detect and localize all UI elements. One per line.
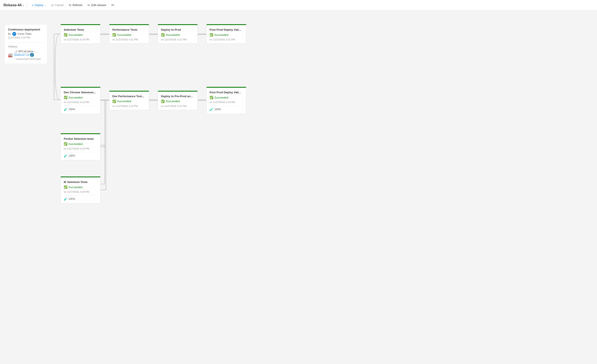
connector-svg bbox=[61, 15, 593, 359]
stage-footer: 🧪 100% bbox=[64, 195, 97, 201]
connector-line bbox=[198, 100, 206, 101]
stage-dev-chrome-selenium[interactable]: Dev Chrome Selenium... ✅ Succeeded on 11… bbox=[61, 87, 101, 114]
stage-status: ✅ Succeeded bbox=[112, 100, 146, 103]
stage-post-prod-vali-2[interactable]: Post Prod Deploy Vali... ✅ Succeeded on … bbox=[206, 87, 246, 114]
stage-deploy-pre-prod[interactable]: Deploy to Pre-Prod an... ✅ Succeeded on … bbox=[158, 91, 198, 110]
stage-date: on 11/27/2018, 6:22 PM bbox=[112, 105, 146, 107]
stage-name: Post Prod Deploy Vali... bbox=[210, 28, 243, 31]
status-text: Succeeded bbox=[166, 100, 180, 103]
row4: IE Selenium Tests ✅ Succeeded on 11/27/2… bbox=[61, 177, 101, 203]
artifact-branch: ⑂ branch-from-004115a4 bbox=[14, 58, 41, 60]
deployment-title: Continuous deployment bbox=[8, 28, 44, 31]
stage-status: ✅ Succeeded bbox=[64, 185, 97, 189]
footer-value: 100% bbox=[69, 197, 75, 201]
stage-status: ✅ Succeeded bbox=[112, 33, 146, 37]
success-icon: ✅ bbox=[112, 33, 116, 37]
canvas: Continuous deployment for CT Conor Tolan… bbox=[0, 10, 597, 364]
branch-name: branch-from-004115a4 bbox=[16, 58, 41, 60]
artifact-row: 🏭 _2. BPCalculator-.... 20181127.13 ⚡ ⑂ … bbox=[8, 50, 44, 60]
flask-icon: 🧪 bbox=[64, 154, 67, 157]
refresh-button[interactable]: ↻ Refresh bbox=[67, 2, 85, 8]
artifacts-label: Artifacts bbox=[8, 45, 44, 48]
connector-line bbox=[149, 34, 158, 34]
edit-button[interactable]: ✏ Edit release bbox=[85, 2, 108, 8]
for-label: for bbox=[8, 32, 11, 35]
stage-name: Deploy to Prod bbox=[161, 28, 195, 31]
stage-selenium-tests[interactable]: Selenium Tests ✅ Succeeded on 11/27/2018… bbox=[61, 24, 101, 44]
stage-date: on 11/27/2018, 6:21 PM bbox=[112, 38, 146, 41]
stage-name: Post Prod Deploy Vali... bbox=[210, 91, 243, 94]
edit-icon: ✏ bbox=[87, 3, 90, 7]
header: Release-44 ⌄ + Deploy ⌄ ⊘ Cancel ↻ Refre… bbox=[0, 0, 597, 10]
success-icon: ✅ bbox=[64, 185, 67, 189]
more-button[interactable]: ••• bbox=[109, 2, 117, 8]
stage-status: ✅ Succeeded bbox=[161, 33, 195, 37]
footer-value: 100% bbox=[214, 108, 221, 111]
connector-line bbox=[101, 100, 109, 101]
branch-icon: ⑂ bbox=[14, 58, 16, 60]
success-icon: ✅ bbox=[64, 33, 67, 37]
cancel-button[interactable]: ⊘ Cancel bbox=[49, 2, 66, 8]
row3: Firefox Selenium tests ✅ Succeeded on 11… bbox=[61, 133, 101, 160]
stage-footer: 🧪 100% bbox=[64, 106, 97, 111]
success-icon: ✅ bbox=[64, 142, 67, 146]
stage-name: Dev Performance Test... bbox=[112, 95, 146, 98]
stage-date: on 11/27/2018, 6:28 PM bbox=[64, 191, 97, 193]
status-text: Succeeded bbox=[214, 33, 228, 37]
stage-date: on 11/27/2018, 6:22 PM bbox=[64, 101, 97, 103]
avatar: CT bbox=[12, 32, 16, 36]
deployment-date: 11/27/2018, 6:20 PM bbox=[8, 36, 44, 39]
refresh-icon: ↻ bbox=[69, 3, 71, 7]
user-name: Conor Tolan bbox=[17, 32, 31, 35]
success-icon: ✅ bbox=[64, 96, 67, 99]
status-text: Succeeded bbox=[117, 100, 131, 103]
artifact-name: _2. BPCalculator-.... bbox=[14, 50, 41, 53]
flask-icon: 🧪 bbox=[64, 197, 67, 201]
release-title[interactable]: Release-44 ⌄ bbox=[3, 3, 24, 7]
status-text: Succeeded bbox=[69, 142, 83, 146]
cancel-label: Cancel bbox=[55, 3, 63, 7]
deploy-label: Deploy bbox=[35, 3, 43, 7]
plus-icon: + bbox=[32, 3, 33, 7]
success-icon: ✅ bbox=[112, 100, 116, 103]
stage-post-prod-vali-1[interactable]: Post Prod Deploy Vali... ✅ Succeeded on … bbox=[206, 24, 246, 44]
stage-ie-selenium[interactable]: IE Selenium Tests ✅ Succeeded on 11/27/2… bbox=[61, 177, 101, 203]
stage-name: Deploy to Pre-Prod an... bbox=[161, 95, 195, 98]
edit-label: Edit release bbox=[91, 3, 106, 7]
deploy-button[interactable]: + Deploy ⌄ bbox=[30, 2, 48, 8]
stage-status: ✅ Succeeded bbox=[64, 96, 97, 99]
stage-date: on 11/27/2018, 6:21 PM bbox=[161, 38, 195, 41]
flask-icon: 🧪 bbox=[64, 108, 67, 111]
stage-name: IE Selenium Tests bbox=[64, 180, 97, 184]
success-icon: ✅ bbox=[210, 33, 213, 37]
deployment-user: for CT Conor Tolan bbox=[8, 32, 44, 36]
row1: Selenium Tests ✅ Succeeded on 11/27/2018… bbox=[61, 24, 246, 44]
artifact-link[interactable]: 20181127.13 bbox=[14, 53, 29, 56]
status-text: Succeeded bbox=[117, 33, 131, 37]
stage-dev-performance-test[interactable]: Dev Performance Test... ✅ Succeeded on 1… bbox=[109, 91, 149, 110]
stage-deploy-prod[interactable]: Deploy to Prod ✅ Succeeded on 11/27/2018… bbox=[158, 24, 198, 44]
stage-footer: 🧪 100% bbox=[210, 106, 243, 111]
stage-status: ✅ Succeeded bbox=[210, 33, 243, 37]
success-icon: ✅ bbox=[161, 33, 165, 37]
stage-footer: 🧪 100% bbox=[64, 152, 97, 157]
sidebar-divider bbox=[8, 42, 44, 43]
more-icon: ••• bbox=[111, 3, 114, 7]
stage-status: ✅ Succeeded bbox=[161, 100, 195, 103]
stage-name: Performance Tests bbox=[112, 28, 146, 31]
stage-date: on 11/27/2018, 6:20 PM bbox=[64, 38, 97, 41]
deploy-chevron-icon: ⌄ bbox=[44, 4, 46, 6]
success-icon: ✅ bbox=[210, 96, 213, 99]
stage-performance-tests[interactable]: Performance Tests ✅ Succeeded on 11/27/2… bbox=[109, 24, 149, 44]
artifact-info: _2. BPCalculator-.... 20181127.13 ⚡ ⑂ br… bbox=[14, 50, 41, 60]
status-text: Succeeded bbox=[69, 186, 83, 189]
success-icon: ✅ bbox=[161, 100, 165, 103]
chevron-down-icon: ⌄ bbox=[23, 4, 24, 6]
status-text: Succeeded bbox=[69, 96, 83, 99]
refresh-label: Refresh bbox=[73, 3, 83, 7]
stage-firefox-selenium[interactable]: Firefox Selenium tests ✅ Succeeded on 11… bbox=[61, 133, 101, 160]
status-text: Succeeded bbox=[214, 96, 228, 99]
status-text: Succeeded bbox=[166, 33, 180, 37]
artifact-icon: 🏭 bbox=[8, 53, 13, 57]
stage-date: on 11/27/2018, 6:21 PM bbox=[210, 38, 243, 41]
